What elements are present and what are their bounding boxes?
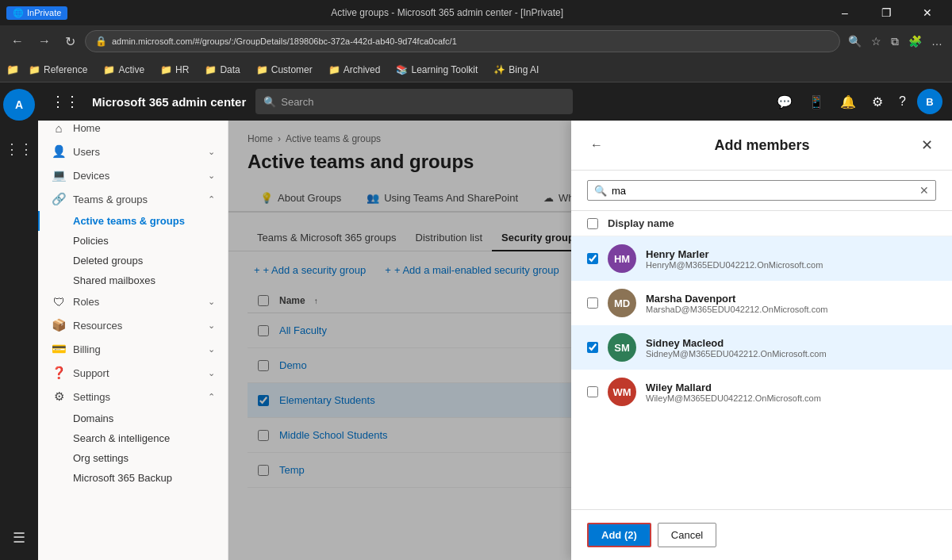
header-search[interactable]: 🔍 [255,89,573,114]
apps-icon[interactable]: 📱 [804,91,829,113]
forward-button[interactable]: → [33,31,56,52]
bookmark-data[interactable]: 📁 Data [198,63,246,77]
search-browser-icon[interactable]: 🔍 [845,32,865,52]
bookmark-active[interactable]: 📁 Active [97,63,151,77]
bookmark-archived[interactable]: 📁 Archived [322,63,387,77]
sidebar-item-policies[interactable]: Policies [38,231,228,251]
minimize-button[interactable]: – [827,0,863,25]
support-icon: ❓ [51,366,67,380]
panel-back-button[interactable]: ← [587,135,606,155]
panel-title: Add members [714,137,809,154]
person-info-sidney: Sidney Macleod SidneyM@M365EDU042212.OnM… [646,337,936,359]
sidebar-item-domains[interactable]: Domains [38,408,228,428]
person-email: WileyM@M365EDU042212.OnMicrosoft.com [646,393,936,403]
inprivate-badge: 🌐 InPrivate [6,6,67,20]
sidebar-item-resources[interactable]: 📦 Resources ⌄ [38,313,228,337]
favorites-icon[interactable]: ☆ [868,32,885,52]
notifications-icon[interactable]: 🔔 [835,91,861,113]
member-checkbox-wiley[interactable] [587,386,598,397]
list-item-wiley-mallard[interactable]: WM Wiley Mallard WileyM@M365EDU042212.On… [571,370,952,414]
search-icon: 🔍 [263,96,276,108]
list-item-marsha-davenport[interactable]: MD Marsha Davenport MarshaD@M365EDU04221… [571,281,952,325]
folder-icon: 📁 [103,64,115,75]
member-checkbox-henry[interactable] [587,253,598,264]
bookmark-reference[interactable]: 📁 Reference [22,63,94,77]
user-avatar[interactable]: B [917,89,942,114]
app-name-header: Microsoft 365 admin center [92,95,246,109]
chevron-down-icon: ⌄ [208,297,215,307]
rail-waffle-icon[interactable]: ⋮⋮ [3,133,35,165]
url-bar[interactable]: 🔒 admin.microsoft.com/#/groups/:/GroupDe… [85,30,840,52]
chevron-down-icon: ⌄ [208,344,215,355]
folder-icon: 📁 [205,64,217,75]
restore-button[interactable]: ❐ [868,0,904,25]
cancel-button[interactable]: Cancel [658,523,716,547]
list-header: Display name [571,211,952,236]
sidebar-item-support[interactable]: ❓ Support ⌄ [38,361,228,385]
chevron-down-icon: ⌄ [208,368,215,378]
sidebar-item-devices[interactable]: 💻 Devices ⌄ [38,163,228,187]
bookmark-learning[interactable]: 📚 Learning Toolkit [390,63,484,77]
panel-search-input[interactable] [612,185,915,197]
address-bar: ← → ↻ 🔒 admin.microsoft.com/#/groups/:/G… [0,25,952,57]
roles-icon: 🛡 [51,295,67,309]
rail-expand-icon[interactable]: ☰ [3,522,35,554]
resources-icon: 📦 [51,318,67,332]
sidebar-item-roles[interactable]: 🛡 Roles ⌄ [38,290,228,313]
member-checkbox-marsha[interactable] [587,297,598,309]
help-icon[interactable]: ? [894,91,911,112]
sidebar-item-shared-mailboxes[interactable]: Shared mailboxes [38,270,228,290]
ai-icon: ✨ [493,64,505,75]
panel-member-list: Display name HM Henry Marler HenryM@M365… [571,211,952,509]
extensions-icon[interactable]: 🧩 [905,32,925,52]
bookmark-customer[interactable]: 📁 Customer [250,63,319,77]
settings-header-icon[interactable]: ⚙ [867,91,888,113]
person-name: Marsha Davenport [646,293,936,305]
avatar-marsha: MD [608,289,636,317]
search-clear-button[interactable]: ✕ [919,184,929,197]
sidebar-item-teams-groups[interactable]: 🔗 Teams & groups ⌃ [38,187,228,211]
edge-icon: 🌐 [13,8,24,18]
devices-icon: 💻 [51,168,67,182]
bookmark-hr[interactable]: 📁 HR [154,63,195,77]
search-icon: 🔍 [594,185,607,197]
select-all-members-checkbox[interactable] [587,218,598,229]
refresh-button[interactable]: ↻ [60,31,80,52]
sidebar-item-billing[interactable]: 💳 Billing ⌄ [38,337,228,361]
search-input[interactable] [281,96,565,108]
close-button[interactable]: ✕ [909,0,946,25]
more-tools-icon[interactable]: … [928,32,946,52]
sidebar-item-users[interactable]: 👤 Users ⌄ [38,140,228,163]
waffle-button[interactable]: ⋮⋮ [48,90,83,113]
add-members-panel: ← Add members ✕ 🔍 ✕ Display name [571,121,952,560]
folder-icon: 📁 [256,64,268,75]
chevron-up-icon: ⌃ [208,392,215,402]
header-icons: 💬 📱 🔔 ⚙ ? B [772,89,942,114]
sidebar-item-m365-backup[interactable]: Microsoft 365 Backup [38,468,228,488]
panel-close-button[interactable]: ✕ [918,133,936,157]
folder-icon: 📁 [6,63,19,75]
back-button[interactable]: ← [6,31,29,52]
sidebar-item-deleted-groups[interactable]: Deleted groups [38,251,228,270]
window-title: Active groups - Microsoft 365 admin cent… [67,7,827,18]
teams-icon: 🔗 [51,192,67,206]
list-item-henry-marler[interactable]: HM Henry Marler HenryM@M365EDU042212.OnM… [571,236,952,281]
tab-groups-icon[interactable]: ⧉ [888,32,902,52]
sidebar-item-org-settings[interactable]: Org settings [38,448,228,468]
feedback-icon[interactable]: 💬 [772,91,797,113]
sidebar-item-active-teams[interactable]: Active teams & groups [38,211,228,231]
content-area: Home › Active teams & groups Active team… [228,121,952,560]
avatar-henry: HM [608,244,636,273]
sidebar-item-settings[interactable]: ⚙ Settings ⌃ [38,385,228,408]
member-checkbox-sidney[interactable] [587,342,598,353]
person-info-henry: Henry Marler HenryM@M365EDU042212.OnMicr… [646,248,936,270]
settings-icon: ⚙ [51,389,67,404]
rail-admin-icon[interactable]: A [3,89,35,121]
add-button[interactable]: Add (2) [587,523,651,547]
bookmark-bing-ai[interactable]: ✨ Bing AI [487,63,545,77]
list-item-sidney-macleod[interactable]: SM Sidney Macleod SidneyM@M365EDU042212.… [571,325,952,370]
lock-icon: 🔒 [95,36,107,47]
chevron-down-icon: ⌄ [208,320,215,331]
sidebar-item-search-intelligence[interactable]: Search & intelligence [38,428,228,448]
panel-header: ← Add members ✕ [571,121,952,171]
